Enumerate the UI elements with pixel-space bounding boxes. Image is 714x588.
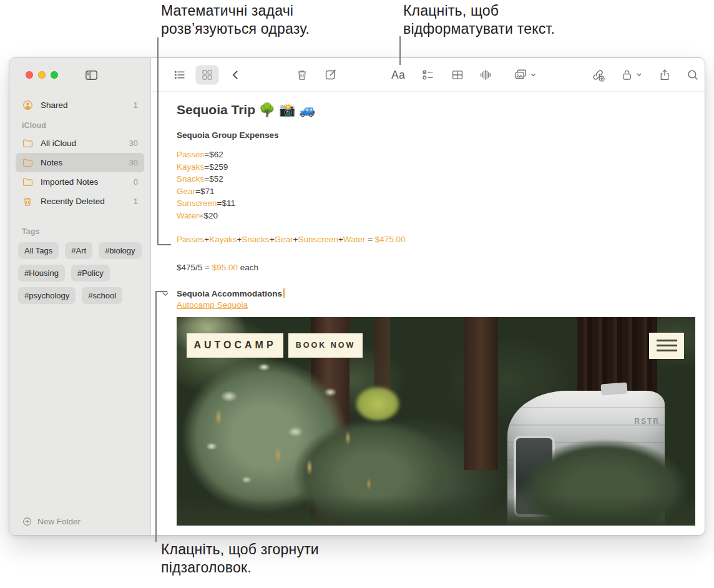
tag-art[interactable]: #Art bbox=[65, 242, 92, 259]
sidebar-titlebar bbox=[9, 58, 150, 92]
new-note-button[interactable] bbox=[325, 68, 338, 81]
screenshot-root: Математичні задачі розв’язуються одразу.… bbox=[0, 0, 714, 588]
sidebar-item-recently-deleted[interactable]: Recently Deleted 1 bbox=[16, 192, 144, 211]
sidebar-item-shared[interactable]: Shared 1 bbox=[16, 96, 144, 115]
sidebar-item-count: 0 bbox=[134, 177, 138, 187]
math-formula-line: Passes+Kayaks+Snacks+Gear+Sunscreen+Wate… bbox=[177, 233, 705, 246]
back-button[interactable] bbox=[230, 69, 242, 81]
sidebar-item-all-icloud[interactable]: All iCloud 30 bbox=[16, 134, 144, 153]
minimize-window-button[interactable] bbox=[38, 71, 46, 79]
expense-line: Sunscreen=$11 bbox=[177, 197, 705, 210]
share-icon bbox=[658, 68, 672, 81]
sidebar-item-count: 30 bbox=[129, 158, 138, 167]
waveform-icon bbox=[479, 68, 492, 81]
media-button[interactable] bbox=[514, 68, 537, 82]
gallery-view-button[interactable] bbox=[196, 65, 219, 84]
callout-line-collapse bbox=[155, 291, 167, 292]
trash-icon bbox=[22, 196, 35, 207]
photo-attachment[interactable]: RSTR AUTOCAMP BOOK NOW bbox=[177, 317, 695, 526]
lock-icon bbox=[620, 68, 633, 81]
new-folder-label: New Folder bbox=[37, 517, 81, 526]
add-link-button[interactable] bbox=[591, 67, 605, 82]
section-title: Sequoia Accommodations bbox=[177, 289, 282, 298]
chevron-down-icon bbox=[530, 71, 537, 79]
note-title: Sequoia Trip 🌳 📸 🚙 bbox=[177, 102, 705, 117]
folder-icon bbox=[22, 137, 35, 149]
note-section-header: Sequoia Accommodations bbox=[177, 288, 705, 298]
book-now-label: BOOK NOW bbox=[288, 333, 363, 358]
tag-psychology[interactable]: #psychology bbox=[18, 287, 76, 304]
checklist-icon bbox=[422, 68, 435, 81]
delete-note-button[interactable] bbox=[296, 68, 309, 81]
sidebar-item-count: 1 bbox=[134, 100, 138, 110]
notes-window: Shared 1 iCloud All iCloud 30 bbox=[9, 57, 705, 536]
hamburger-menu-icon bbox=[649, 333, 684, 359]
callout-line-math bbox=[157, 37, 159, 245]
note-subtitle: Sequoia Group Expenses bbox=[177, 130, 705, 140]
tag-housing[interactable]: #Housing bbox=[18, 265, 65, 282]
math-division-line: $475/5 = $95.00 each bbox=[177, 262, 705, 274]
autocamp-link[interactable]: Autocamp Sequoia bbox=[177, 300, 248, 310]
autocamp-logo: AUTOCAMP bbox=[187, 333, 283, 358]
toolbar: Aa bbox=[151, 58, 705, 92]
new-folder-button[interactable]: New Folder bbox=[22, 516, 81, 527]
note-editor[interactable]: Sequoia Trip 🌳 📸 🚙 Sequoia Group Expense… bbox=[151, 92, 705, 526]
folder-icon bbox=[22, 176, 35, 188]
format-text-button[interactable]: Aa bbox=[391, 68, 405, 81]
shared-person-icon bbox=[22, 99, 35, 111]
sidebar-toggle-button[interactable] bbox=[84, 68, 99, 82]
tag-policy[interactable]: #Policy bbox=[71, 265, 110, 282]
zoom-window-button[interactable] bbox=[51, 71, 58, 79]
trash-icon bbox=[296, 68, 309, 81]
sidebar-item-label: Notes bbox=[41, 158, 62, 167]
callout-collapse-line1: Клацніть, щоб згорнути bbox=[161, 541, 319, 559]
expense-line: Passes=$62 bbox=[177, 149, 705, 161]
callout-format: Клацніть, щоб відформатувати текст. bbox=[403, 2, 555, 38]
callout-collapse: Клацніть, щоб згорнути підзаголовок. bbox=[161, 541, 319, 577]
sidebar-section-tags: Tags bbox=[22, 227, 138, 236]
close-window-button[interactable] bbox=[26, 71, 33, 79]
sidebar-item-label: Imported Notes bbox=[41, 177, 98, 187]
checklist-button[interactable] bbox=[422, 68, 435, 81]
folder-icon bbox=[22, 157, 35, 169]
tag-all-tags[interactable]: All Tags bbox=[18, 242, 59, 259]
gallery-view-icon bbox=[201, 68, 214, 81]
expense-line: Water=$20 bbox=[177, 210, 705, 222]
tag-biology[interactable]: #biology bbox=[99, 242, 141, 259]
share-button[interactable] bbox=[658, 68, 672, 81]
callout-line-math bbox=[157, 244, 171, 245]
photos-icon bbox=[514, 68, 528, 82]
sidebar-item-label: Shared bbox=[41, 100, 68, 110]
traffic-lights bbox=[26, 71, 58, 79]
list-view-button[interactable] bbox=[174, 68, 187, 81]
expense-line: Kayaks=$259 bbox=[177, 161, 705, 174]
lock-button[interactable] bbox=[620, 68, 643, 81]
format-aa-icon: Aa bbox=[391, 68, 405, 81]
table-icon bbox=[451, 68, 464, 81]
trailer-lettering: RSTR bbox=[634, 417, 660, 426]
sidebar-item-notes[interactable]: Notes 30 bbox=[16, 153, 144, 172]
sidebar-toggle-icon bbox=[84, 68, 99, 82]
photo-bottom-shade bbox=[177, 496, 695, 526]
expense-list: Passes=$62 Kayaks=$259 Snacks=$52 Gear=$… bbox=[177, 149, 705, 222]
sidebar-item-count: 30 bbox=[129, 139, 138, 148]
sidebar-item-label: All iCloud bbox=[41, 139, 76, 148]
search-button[interactable] bbox=[687, 68, 700, 81]
text-cursor bbox=[283, 288, 285, 298]
sidebar-item-count: 1 bbox=[134, 197, 138, 206]
table-button[interactable] bbox=[451, 68, 464, 81]
audio-recording-button[interactable] bbox=[479, 68, 492, 81]
chevron-down-icon bbox=[635, 71, 643, 79]
search-icon bbox=[687, 68, 700, 81]
chevron-left-icon bbox=[230, 69, 242, 81]
callout-format-line1: Клацніть, щоб bbox=[403, 2, 555, 20]
callout-collapse-line2: підзаголовок. bbox=[161, 559, 319, 577]
sidebar-item-imported-notes[interactable]: Imported Notes 0 bbox=[16, 172, 144, 192]
tag-list: All Tags #Art #biology #Housing #Policy … bbox=[18, 242, 143, 304]
callout-line-format bbox=[399, 36, 401, 65]
callout-math-line2: розв’язуються одразу. bbox=[161, 20, 310, 38]
tag-school[interactable]: #school bbox=[82, 287, 122, 304]
sidebar: Shared 1 iCloud All iCloud 30 bbox=[9, 58, 151, 535]
callout-math-line1: Математичні задачі bbox=[161, 2, 310, 20]
sidebar-item-label: Recently Deleted bbox=[41, 197, 105, 206]
